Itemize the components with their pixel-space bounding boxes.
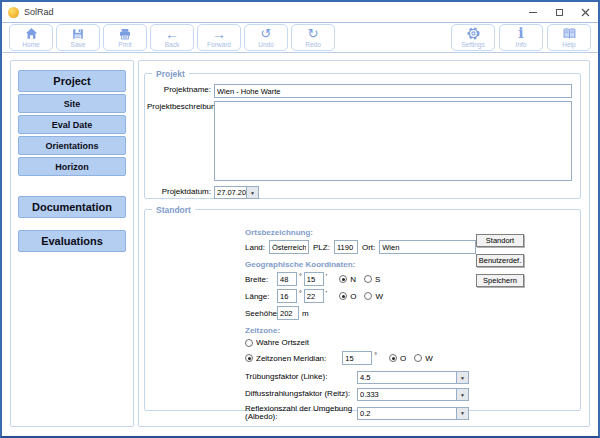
forward-button[interactable]: → Forward [197, 24, 241, 51]
timezone-meridian-label: Zeitzonen Meridian: [256, 354, 326, 363]
longitude-east-radio[interactable] [339, 292, 347, 300]
print-label: Print [118, 42, 131, 49]
back-label: Back [165, 42, 179, 49]
location-section-label: Ortsbezeichnung: [245, 228, 580, 237]
benutzerdef-button[interactable]: Benutzerdef. [476, 254, 524, 267]
zip-label: PLZ: [313, 243, 330, 252]
degree-sign: ° [374, 352, 377, 359]
albedo-factor-dropdown[interactable]: 0.2 ▼ [357, 407, 469, 420]
project-date-value: 27.07.2018 [215, 187, 246, 198]
sidebar-item-documentation[interactable]: Documentation [18, 196, 126, 218]
longitude-west-radio[interactable] [364, 292, 372, 300]
project-groupbox: Projekt Projektname: Projektbeschreibung… [144, 73, 581, 199]
info-label: Info [516, 42, 527, 49]
coordinates-section-label: Geographische Koordinaten: [245, 260, 580, 269]
project-date-label: Projektdatum: [147, 186, 211, 197]
undo-icon: ↺ [261, 26, 272, 41]
latitude-south-radio[interactable] [364, 275, 372, 283]
latitude-south-label: S [375, 275, 380, 284]
true-local-time-label: Wahre Ortszeit [256, 338, 309, 347]
degree-sign: ° [299, 273, 302, 280]
timezone-meridian-radio[interactable] [245, 354, 253, 362]
redo-label: Redo [305, 42, 321, 49]
sidebar-item-horizon[interactable]: Horizon [18, 157, 126, 176]
help-button[interactable]: Help [547, 24, 591, 51]
chevron-down-icon[interactable]: ▼ [456, 372, 468, 383]
arrow-left-icon: ← [165, 26, 179, 41]
main-panel: Projekt Projektname: Projektbeschreibung… [138, 60, 590, 427]
latitude-north-radio[interactable] [339, 275, 347, 283]
home-button[interactable]: Home [9, 24, 53, 51]
turbidity-factor-value: 4.5 [358, 372, 456, 383]
chevron-down-icon[interactable]: ▼ [456, 389, 468, 400]
window-title: SolRad [24, 7, 54, 17]
app-window: SolRad Home [0, 0, 600, 438]
print-icon [118, 26, 132, 41]
longitude-degrees-input[interactable] [277, 289, 297, 303]
altitude-input[interactable] [277, 306, 299, 320]
altitude-unit: m [302, 309, 309, 318]
sidebar-item-eval-date[interactable]: Eval Date [18, 115, 126, 134]
chevron-down-icon[interactable]: ▼ [246, 187, 258, 198]
info-icon: i [518, 26, 523, 41]
save-icon [71, 26, 85, 41]
sidebar-item-evaluations[interactable]: Evaluations [18, 230, 126, 252]
longitude-minutes-input[interactable] [304, 289, 324, 303]
home-label: Home [22, 42, 39, 49]
site-groupbox: Standort Ortsbezeichnung: Land: PLZ: Ort… [144, 209, 581, 411]
minimize-button[interactable] [528, 7, 538, 17]
redo-button[interactable]: ↻ Redo [291, 24, 335, 51]
redo-icon: ↻ [308, 26, 319, 41]
chevron-down-icon[interactable]: ▼ [456, 408, 468, 419]
forward-label: Forward [207, 42, 231, 49]
country-input[interactable] [269, 240, 309, 254]
title-bar: SolRad [2, 2, 598, 22]
minute-sign: ' [326, 273, 327, 280]
diffuse-factor-label: Diffusstrahlungsfaktor (Reitz): [245, 390, 357, 398]
toolbar: Home Save [2, 22, 598, 53]
undo-button[interactable]: ↺ Undo [244, 24, 288, 51]
maximize-button[interactable] [554, 7, 564, 17]
degree-sign: ° [299, 290, 302, 297]
close-button[interactable] [580, 7, 590, 17]
meridian-east-radio[interactable] [389, 354, 397, 362]
home-icon [24, 26, 39, 41]
true-local-time-radio[interactable] [245, 339, 253, 347]
diffuse-factor-value: 0.333 [358, 389, 456, 400]
country-label: Land: [245, 243, 265, 252]
timezone-meridian-input[interactable] [342, 351, 372, 365]
sidebar-item-project[interactable]: Project [18, 70, 126, 92]
undo-label: Undo [258, 42, 274, 49]
longitude-east-label: O [350, 292, 356, 301]
back-button[interactable]: ← Back [150, 24, 194, 51]
latitude-degrees-input[interactable] [277, 272, 297, 286]
project-date-dropdown[interactable]: 27.07.2018 ▼ [214, 186, 259, 199]
save-button[interactable]: Save [56, 24, 100, 51]
project-name-input[interactable] [214, 84, 572, 98]
turbidity-factor-label: Trübungsfaktor (Linke): [245, 373, 357, 381]
arrow-right-icon: → [212, 26, 226, 41]
latitude-minutes-input[interactable] [304, 272, 324, 286]
project-description-textarea[interactable] [214, 101, 572, 181]
settings-button[interactable]: Settings [451, 24, 495, 51]
app-sun-icon [8, 7, 19, 18]
zip-input[interactable] [334, 240, 358, 254]
book-icon [562, 26, 577, 41]
city-input[interactable] [379, 240, 476, 254]
save-label: Save [71, 42, 86, 49]
longitude-label: Länge: [245, 292, 277, 301]
standort-button[interactable]: Standort [476, 234, 524, 247]
info-button[interactable]: i Info [499, 24, 543, 51]
sidebar: Project Site Eval Date Orientations Hori… [10, 60, 134, 427]
diffuse-factor-dropdown[interactable]: 0.333 ▼ [357, 388, 469, 401]
meridian-west-radio[interactable] [414, 354, 422, 362]
help-label: Help [562, 42, 575, 49]
albedo-factor-label: Reflexionszahl der Umgebung (Albedo): [245, 405, 357, 422]
speichern-button[interactable]: Speichern [476, 274, 524, 287]
sidebar-item-orientations[interactable]: Orientations [18, 136, 126, 155]
project-name-label: Projektname: [147, 84, 211, 95]
turbidity-factor-dropdown[interactable]: 4.5 ▼ [357, 371, 469, 384]
sidebar-item-site[interactable]: Site [18, 94, 126, 113]
albedo-factor-value: 0.2 [358, 408, 456, 419]
print-button[interactable]: Print [103, 24, 147, 51]
